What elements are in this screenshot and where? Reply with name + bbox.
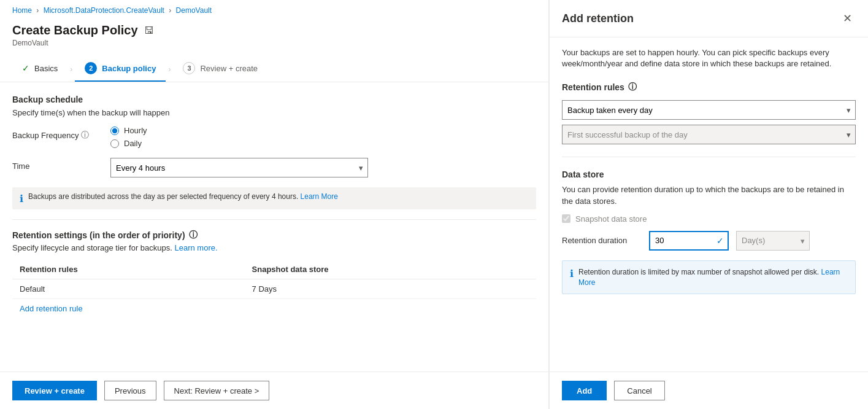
breadcrumb-home[interactable]: Home [12,6,32,15]
duration-unit-dropdown[interactable]: Day(s) Week(s) Month(s) Year(s) [736,231,810,251]
add-retention-rule-link[interactable]: Add retention rule [12,302,90,316]
previous-button[interactable]: Previous [104,381,156,400]
panel-retention-info-icon[interactable]: ⓘ [628,82,637,93]
datastore-title: Data store [562,169,856,179]
snapshot-label: Snapshot data store [575,214,647,224]
retention-rules-header: Retention rules [12,260,245,279]
retention-learn-more[interactable]: Learn more. [174,243,217,252]
breadcrumb: Home › Microsoft.DataProtection.CreateVa… [0,0,548,18]
retention-duration-row: Retention duration ✓ Day(s) Week(s) Mont… [562,231,856,251]
save-icon[interactable]: 🖫 [144,25,154,36]
wizard-tabs: ✓ Basics › 2 Backup policy › 3 Review + … [0,47,548,82]
frequency-radio-group: Hourly Daily [110,126,536,148]
bottom-bar: Review + create Previous Next: Review + … [0,372,548,409]
retention-duration-label: Retention duration [562,236,642,245]
panel-info-icon: ℹ [570,268,574,279]
datastore-desc: You can provide retention duration up to… [562,184,856,206]
tab-basics[interactable]: ✓ Basics [12,58,67,80]
snapshot-7-days: 7 Days [245,279,536,299]
backup-time-dropdown-wrapper: First successful backup of the day Last … [562,125,856,144]
close-icon: ✕ [843,12,852,25]
time-label: Time [12,158,110,171]
divider [12,219,536,220]
schedule-info-text: Backups are distributed across the day a… [28,192,298,201]
schedule-learn-more-link[interactable]: Learn More [301,192,338,201]
radio-daily-label: Daily [124,139,142,148]
retention-rules-dropdown[interactable]: Backup taken every day Backup taken ever… [562,100,856,120]
basics-checkmark: ✓ [22,63,29,73]
cancel-button[interactable]: Cancel [614,381,664,400]
time-dropdown-wrapper: Every 4 hours Every 2 hours Every 6 hour… [110,158,368,177]
panel-info-text: Retention duration is limited by max num… [578,268,819,276]
schedule-info-box: ℹ Backups are distributed across the day… [12,187,536,209]
tab-backup-policy-label: Backup policy [102,64,156,73]
retention-table: Retention rules Snapshot data store Defa… [12,260,536,299]
rule-default: Default [12,279,245,299]
backup-schedule-title: Backup schedule [12,95,536,104]
duration-check-icon: ✓ [716,236,724,246]
close-panel-button[interactable]: ✕ [839,10,856,27]
content-area: Backup schedule Specify time(s) when the… [0,82,548,372]
retention-desc: Specify lifecycle and storage tier for b… [12,243,172,252]
panel-bottom: Add Cancel [550,372,868,409]
page-subtitle: DemoVault [12,39,536,47]
snapshot-checkbox-item: Snapshot data store [562,214,856,224]
backup-frequency-group: Backup Frequency ⓘ Hourly Daily [12,126,536,148]
radio-hourly-label: Hourly [124,126,147,135]
add-button[interactable]: Add [562,381,607,400]
table-row: Default 7 Days [12,279,536,299]
backup-time-dropdown[interactable]: First successful backup of the day Last … [562,125,856,144]
duration-unit-wrapper: Day(s) Week(s) Month(s) Year(s) ▾ [736,231,810,251]
tab-review-label: Review + create [200,64,258,73]
time-group: Time Every 4 hours Every 2 hours Every 6… [12,158,536,177]
radio-daily[interactable]: Daily [110,139,536,148]
panel-info-box: ℹ Retention duration is limited by max n… [562,260,856,295]
panel-divider [562,157,856,157]
snapshot-header: Snapshot data store [245,260,536,279]
retention-info-icon[interactable]: ⓘ [189,230,198,241]
tab-basics-label: Basics [34,64,58,73]
tab-backup-policy[interactable]: 2 Backup policy [75,57,166,82]
snapshot-checkbox[interactable] [562,214,570,223]
tab-backup-policy-number: 2 [85,62,97,74]
backup-frequency-label: Backup Frequency ⓘ [12,126,110,141]
retention-rules-dropdown-wrapper: Backup taken every day Backup taken ever… [562,100,856,120]
page-title: Create Backup Policy [12,23,138,37]
panel-content: Your backups are set to happen hourly. Y… [550,37,868,372]
page-header: Create Backup Policy 🖫 DemoVault [0,18,548,47]
tab-review-create[interactable]: 3 Review + create [173,57,267,82]
schedule-info-icon: ℹ [20,193,23,204]
radio-hourly[interactable]: Hourly [110,126,536,135]
retention-title: Retention settings (in the order of prio… [12,230,185,240]
next-button[interactable]: Next: Review + create > [164,381,270,400]
backup-schedule-desc: Specify time(s) when the backup will hap… [12,108,536,117]
duration-input-wrapper: ✓ [649,231,729,251]
breadcrumb-demo-vault[interactable]: DemoVault [176,6,212,15]
radio-daily-input[interactable] [110,139,119,148]
panel-desc: Your backups are set to happen hourly. Y… [562,47,856,69]
breadcrumb-create-vault[interactable]: Microsoft.DataProtection.CreateVault [44,6,164,15]
right-panel: Add retention ✕ Your backups are set to … [549,0,868,409]
tab-review-number: 3 [183,62,195,74]
radio-hourly-input[interactable] [110,127,119,135]
panel-retention-rules-title: Retention rules [562,82,624,92]
panel-title: Add retention [562,12,634,25]
time-dropdown[interactable]: Every 4 hours Every 2 hours Every 6 hour… [110,158,368,177]
review-create-button[interactable]: Review + create [12,381,97,400]
panel-header: Add retention ✕ [550,0,868,37]
frequency-info-icon[interactable]: ⓘ [81,130,89,141]
